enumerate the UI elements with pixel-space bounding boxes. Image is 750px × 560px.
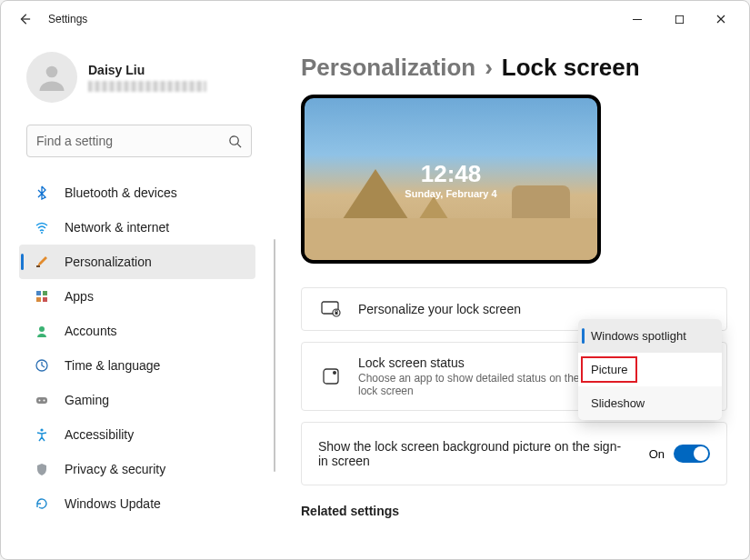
dropdown-label: Windows spotlight <box>591 329 686 343</box>
sidebar: Daisy Liu Find a setting Bluetooth & dev… <box>1 37 274 559</box>
nav-label: Personalization <box>65 255 152 269</box>
preview-date: Sunday, February 4 <box>405 188 496 199</box>
sidebar-item-bluetooth[interactable]: Bluetooth & devices <box>19 175 255 210</box>
sidebar-item-windows-update[interactable]: Windows Update <box>19 486 255 521</box>
breadcrumb-sep: › <box>485 54 493 82</box>
dropdown-label: Picture <box>581 356 637 383</box>
sidebar-item-apps[interactable]: Apps <box>19 279 255 314</box>
sidebar-item-accounts[interactable]: Accounts <box>19 314 255 348</box>
svg-point-14 <box>44 400 45 402</box>
breadcrumb-parent[interactable]: Personalization <box>301 54 475 82</box>
close-button[interactable] <box>700 5 742 34</box>
sidebar-item-accessibility[interactable]: Accessibility <box>19 417 255 452</box>
sand-icon <box>305 218 597 260</box>
sidebar-item-personalization[interactable]: Personalization <box>19 245 255 279</box>
sidebar-item-gaming[interactable]: Gaming <box>19 383 255 417</box>
avatar <box>26 52 77 103</box>
search-input[interactable]: Find a setting <box>26 125 252 157</box>
wifi-icon <box>32 220 52 235</box>
user-name: Daisy Liu <box>88 63 206 77</box>
dropdown-label: Slideshow <box>591 396 645 410</box>
sidebar-item-network[interactable]: Network & internet <box>19 210 255 245</box>
svg-rect-0 <box>633 19 642 20</box>
svg-rect-7 <box>43 291 47 295</box>
card-title: Show the lock screen background picture … <box>318 439 627 468</box>
signin-toggle[interactable] <box>674 445 710 463</box>
search-icon <box>228 135 242 148</box>
bluetooth-icon <box>32 185 52 200</box>
search-placeholder: Find a setting <box>36 134 228 148</box>
breadcrumb-current: Lock screen <box>502 54 640 82</box>
user-block[interactable]: Daisy Liu <box>19 52 274 103</box>
lockscreen-preview: 12:48 Sunday, February 4 <box>301 95 601 264</box>
lockscreen-dropdown: Windows spotlight Picture Slideshow <box>578 319 722 420</box>
svg-rect-5 <box>36 265 40 267</box>
svg-rect-8 <box>36 297 41 302</box>
svg-point-10 <box>39 326 45 332</box>
apps-icon <box>32 289 52 304</box>
paintbrush-icon <box>32 255 52 269</box>
nav-label: Windows Update <box>65 496 161 511</box>
window-title: Settings <box>48 13 87 25</box>
dropdown-item-slideshow[interactable]: Slideshow <box>578 386 722 420</box>
minimize-icon <box>632 14 643 25</box>
accessibility-icon <box>32 427 52 442</box>
sidebar-item-time[interactable]: Time & language <box>19 348 255 383</box>
related-heading: Related settings <box>301 504 727 518</box>
svg-rect-18 <box>335 312 338 315</box>
user-email-blurred <box>88 81 206 92</box>
svg-point-20 <box>333 371 336 375</box>
breadcrumb: Personalization › Lock screen <box>301 54 727 82</box>
nav-list: Bluetooth & devices Network & internet P… <box>19 175 274 521</box>
maximize-icon <box>675 15 685 25</box>
card-title: Personalize your lock screen <box>358 302 521 316</box>
card-title: Lock screen status <box>358 355 595 370</box>
shield-icon <box>32 462 52 476</box>
avatar-icon <box>35 61 68 94</box>
svg-point-4 <box>41 232 43 234</box>
gaming-icon <box>32 393 52 407</box>
svg-point-3 <box>230 135 238 144</box>
picture-lock-icon <box>318 301 344 317</box>
card-signin-picture: Show the lock screen background picture … <box>301 422 727 485</box>
nav-label: Accounts <box>65 324 117 338</box>
back-button[interactable] <box>15 13 34 25</box>
svg-rect-9 <box>43 297 47 302</box>
nav-label: Network & internet <box>65 220 169 235</box>
sidebar-item-privacy[interactable]: Privacy & security <box>19 452 255 486</box>
nav-label: Privacy & security <box>65 462 165 476</box>
content-area: Daisy Liu Find a setting Bluetooth & dev… <box>1 37 749 559</box>
dropdown-item-spotlight[interactable]: Windows spotlight <box>578 319 722 353</box>
titlebar: Settings <box>1 1 749 37</box>
preview-time: 12:48 <box>421 160 482 188</box>
toggle-knob-icon <box>694 446 708 461</box>
nav-label: Apps <box>65 289 94 304</box>
clock-globe-icon <box>32 358 52 373</box>
window-controls <box>616 5 742 34</box>
dropdown-item-picture[interactable]: Picture <box>578 353 722 386</box>
svg-point-13 <box>39 400 41 402</box>
svg-rect-12 <box>36 397 47 404</box>
update-icon <box>32 496 52 511</box>
svg-point-2 <box>46 66 58 78</box>
nav-label: Bluetooth & devices <box>65 185 177 200</box>
accounts-icon <box>32 324 52 338</box>
nav-label: Gaming <box>65 393 109 407</box>
settings-window: Settings Daisy Liu <box>0 0 750 560</box>
svg-rect-1 <box>675 15 683 23</box>
nav-label: Accessibility <box>65 427 134 442</box>
svg-rect-19 <box>324 369 338 384</box>
close-icon <box>715 14 726 25</box>
card-subtitle: Choose an app to show detailed status on… <box>358 372 595 397</box>
svg-rect-6 <box>36 291 41 295</box>
main-panel: Personalization › Lock screen 12:48 Sund… <box>274 37 749 559</box>
toggle-label: On <box>649 447 665 461</box>
status-widget-icon <box>318 367 344 385</box>
svg-point-15 <box>40 428 43 431</box>
maximize-button[interactable] <box>658 5 700 34</box>
minimize-button[interactable] <box>616 5 658 34</box>
nav-label: Time & language <box>65 358 160 373</box>
back-arrow-icon <box>18 13 31 25</box>
